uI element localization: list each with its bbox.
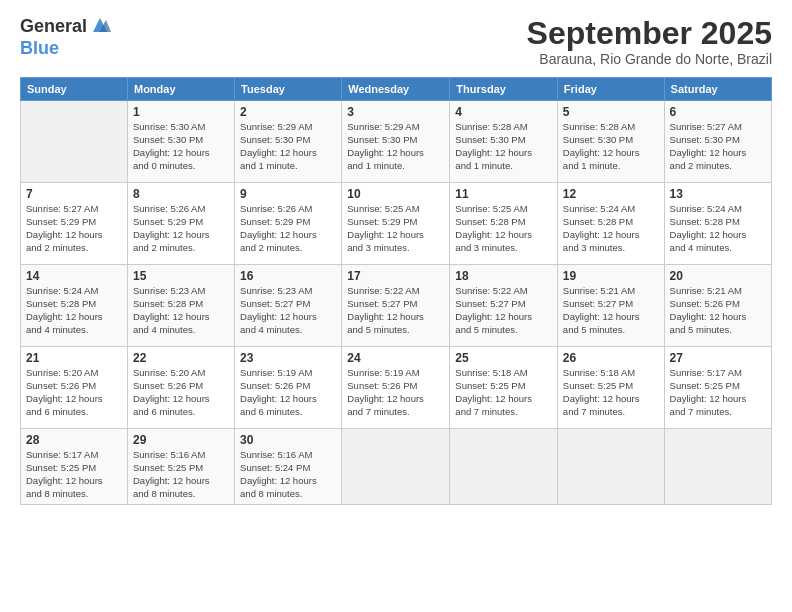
calendar-cell: 11Sunrise: 5:25 AMSunset: 5:28 PMDayligh…	[450, 183, 558, 265]
day-number: 6	[670, 105, 766, 119]
cell-info: Sunrise: 5:20 AMSunset: 5:26 PMDaylight:…	[26, 367, 122, 418]
header-tuesday: Tuesday	[235, 78, 342, 101]
title-block: September 2025 Barauna, Rio Grande do No…	[527, 16, 772, 67]
day-number: 29	[133, 433, 229, 447]
week-row-4: 28Sunrise: 5:17 AMSunset: 5:25 PMDayligh…	[21, 429, 772, 505]
cell-info: Sunrise: 5:25 AMSunset: 5:29 PMDaylight:…	[347, 203, 444, 254]
cell-info: Sunrise: 5:17 AMSunset: 5:25 PMDaylight:…	[26, 449, 122, 500]
day-number: 25	[455, 351, 552, 365]
day-number: 8	[133, 187, 229, 201]
calendar-cell: 14Sunrise: 5:24 AMSunset: 5:28 PMDayligh…	[21, 265, 128, 347]
week-row-2: 14Sunrise: 5:24 AMSunset: 5:28 PMDayligh…	[21, 265, 772, 347]
cell-info: Sunrise: 5:19 AMSunset: 5:26 PMDaylight:…	[240, 367, 336, 418]
calendar-cell: 20Sunrise: 5:21 AMSunset: 5:26 PMDayligh…	[664, 265, 771, 347]
day-number: 15	[133, 269, 229, 283]
calendar-cell: 25Sunrise: 5:18 AMSunset: 5:25 PMDayligh…	[450, 347, 558, 429]
page: General Blue September 2025 Barauna, Rio…	[0, 0, 792, 612]
calendar-cell: 27Sunrise: 5:17 AMSunset: 5:25 PMDayligh…	[664, 347, 771, 429]
cell-info: Sunrise: 5:22 AMSunset: 5:27 PMDaylight:…	[347, 285, 444, 336]
day-number: 17	[347, 269, 444, 283]
calendar-cell: 15Sunrise: 5:23 AMSunset: 5:28 PMDayligh…	[127, 265, 234, 347]
day-number: 7	[26, 187, 122, 201]
calendar-cell	[21, 101, 128, 183]
header-wednesday: Wednesday	[342, 78, 450, 101]
week-row-0: 1Sunrise: 5:30 AMSunset: 5:30 PMDaylight…	[21, 101, 772, 183]
calendar-cell: 7Sunrise: 5:27 AMSunset: 5:29 PMDaylight…	[21, 183, 128, 265]
week-row-3: 21Sunrise: 5:20 AMSunset: 5:26 PMDayligh…	[21, 347, 772, 429]
cell-info: Sunrise: 5:18 AMSunset: 5:25 PMDaylight:…	[455, 367, 552, 418]
day-number: 18	[455, 269, 552, 283]
day-number: 10	[347, 187, 444, 201]
calendar-cell: 22Sunrise: 5:20 AMSunset: 5:26 PMDayligh…	[127, 347, 234, 429]
day-number: 28	[26, 433, 122, 447]
header-thursday: Thursday	[450, 78, 558, 101]
calendar-cell: 6Sunrise: 5:27 AMSunset: 5:30 PMDaylight…	[664, 101, 771, 183]
logo-icon	[89, 14, 111, 36]
header-sunday: Sunday	[21, 78, 128, 101]
calendar-subtitle: Barauna, Rio Grande do Norte, Brazil	[527, 51, 772, 67]
day-number: 23	[240, 351, 336, 365]
calendar-cell: 16Sunrise: 5:23 AMSunset: 5:27 PMDayligh…	[235, 265, 342, 347]
day-number: 21	[26, 351, 122, 365]
cell-info: Sunrise: 5:26 AMSunset: 5:29 PMDaylight:…	[133, 203, 229, 254]
cell-info: Sunrise: 5:21 AMSunset: 5:26 PMDaylight:…	[670, 285, 766, 336]
cell-info: Sunrise: 5:20 AMSunset: 5:26 PMDaylight:…	[133, 367, 229, 418]
calendar-cell: 28Sunrise: 5:17 AMSunset: 5:25 PMDayligh…	[21, 429, 128, 505]
calendar-cell	[557, 429, 664, 505]
calendar-cell: 4Sunrise: 5:28 AMSunset: 5:30 PMDaylight…	[450, 101, 558, 183]
header-friday: Friday	[557, 78, 664, 101]
day-number: 24	[347, 351, 444, 365]
cell-info: Sunrise: 5:23 AMSunset: 5:27 PMDaylight:…	[240, 285, 336, 336]
calendar-cell: 3Sunrise: 5:29 AMSunset: 5:30 PMDaylight…	[342, 101, 450, 183]
day-number: 27	[670, 351, 766, 365]
calendar-cell: 30Sunrise: 5:16 AMSunset: 5:24 PMDayligh…	[235, 429, 342, 505]
week-row-1: 7Sunrise: 5:27 AMSunset: 5:29 PMDaylight…	[21, 183, 772, 265]
cell-info: Sunrise: 5:30 AMSunset: 5:30 PMDaylight:…	[133, 121, 229, 172]
cell-info: Sunrise: 5:18 AMSunset: 5:25 PMDaylight:…	[563, 367, 659, 418]
header-saturday: Saturday	[664, 78, 771, 101]
day-number: 22	[133, 351, 229, 365]
calendar-cell: 17Sunrise: 5:22 AMSunset: 5:27 PMDayligh…	[342, 265, 450, 347]
calendar-cell: 13Sunrise: 5:24 AMSunset: 5:28 PMDayligh…	[664, 183, 771, 265]
logo-text-general: General	[20, 16, 87, 38]
cell-info: Sunrise: 5:26 AMSunset: 5:29 PMDaylight:…	[240, 203, 336, 254]
cell-info: Sunrise: 5:27 AMSunset: 5:30 PMDaylight:…	[670, 121, 766, 172]
calendar-cell	[450, 429, 558, 505]
day-number: 19	[563, 269, 659, 283]
cell-info: Sunrise: 5:25 AMSunset: 5:28 PMDaylight:…	[455, 203, 552, 254]
cell-info: Sunrise: 5:16 AMSunset: 5:24 PMDaylight:…	[240, 449, 336, 500]
day-number: 3	[347, 105, 444, 119]
day-number: 26	[563, 351, 659, 365]
calendar-cell: 21Sunrise: 5:20 AMSunset: 5:26 PMDayligh…	[21, 347, 128, 429]
calendar-cell: 29Sunrise: 5:16 AMSunset: 5:25 PMDayligh…	[127, 429, 234, 505]
calendar-title: September 2025	[527, 16, 772, 51]
calendar-cell: 8Sunrise: 5:26 AMSunset: 5:29 PMDaylight…	[127, 183, 234, 265]
cell-info: Sunrise: 5:17 AMSunset: 5:25 PMDaylight:…	[670, 367, 766, 418]
day-number: 9	[240, 187, 336, 201]
calendar-cell: 10Sunrise: 5:25 AMSunset: 5:29 PMDayligh…	[342, 183, 450, 265]
day-number: 2	[240, 105, 336, 119]
day-number: 14	[26, 269, 122, 283]
header-monday: Monday	[127, 78, 234, 101]
calendar-cell	[664, 429, 771, 505]
logo-text-blue: Blue	[20, 38, 59, 58]
cell-info: Sunrise: 5:21 AMSunset: 5:27 PMDaylight:…	[563, 285, 659, 336]
calendar-cell: 23Sunrise: 5:19 AMSunset: 5:26 PMDayligh…	[235, 347, 342, 429]
calendar-cell: 18Sunrise: 5:22 AMSunset: 5:27 PMDayligh…	[450, 265, 558, 347]
cell-info: Sunrise: 5:24 AMSunset: 5:28 PMDaylight:…	[563, 203, 659, 254]
day-number: 1	[133, 105, 229, 119]
calendar-table: Sunday Monday Tuesday Wednesday Thursday…	[20, 77, 772, 505]
cell-info: Sunrise: 5:16 AMSunset: 5:25 PMDaylight:…	[133, 449, 229, 500]
calendar-cell: 5Sunrise: 5:28 AMSunset: 5:30 PMDaylight…	[557, 101, 664, 183]
cell-info: Sunrise: 5:27 AMSunset: 5:29 PMDaylight:…	[26, 203, 122, 254]
logo: General Blue	[20, 16, 111, 59]
day-number: 13	[670, 187, 766, 201]
day-number: 16	[240, 269, 336, 283]
day-number: 5	[563, 105, 659, 119]
day-number: 30	[240, 433, 336, 447]
cell-info: Sunrise: 5:28 AMSunset: 5:30 PMDaylight:…	[563, 121, 659, 172]
calendar-cell	[342, 429, 450, 505]
calendar-header-row: Sunday Monday Tuesday Wednesday Thursday…	[21, 78, 772, 101]
cell-info: Sunrise: 5:22 AMSunset: 5:27 PMDaylight:…	[455, 285, 552, 336]
day-number: 20	[670, 269, 766, 283]
